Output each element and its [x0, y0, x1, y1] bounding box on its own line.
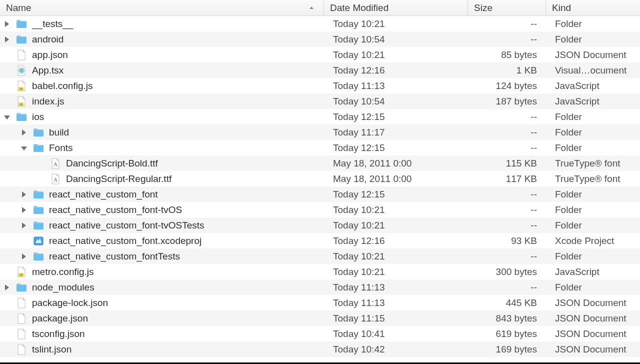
file-row[interactable]: iosToday 12:15--Folder — [0, 109, 640, 124]
file-row[interactable]: react_native_custom_fontToday 12:15--Fol… — [0, 186, 640, 202]
cell-date-modified: Today 10:42 — [324, 344, 468, 355]
cell-date-modified: Today 10:21 — [324, 50, 468, 60]
column-header-date-modified[interactable]: Date Modified — [324, 0, 468, 16]
file-row[interactable]: __tests__Today 10:21--Folder — [0, 16, 640, 32]
file-row[interactable]: node_modulesToday 11:13--Folder — [0, 280, 640, 295]
sort-ascending-icon — [308, 5, 318, 11]
disclosure-closed-icon[interactable] — [2, 282, 12, 292]
file-name-label: react_native_custom_font.xcodeproj — [49, 236, 202, 246]
folder-icon — [16, 18, 27, 30]
file-row[interactable]: DancingScript-Regular.ttfMay 18, 2011 0:… — [0, 171, 640, 186]
column-header-kind[interactable]: Kind — [546, 0, 640, 16]
disclosure-closed-icon[interactable] — [2, 19, 12, 29]
cell-name: react_native_custom_font.xcodeproj — [0, 236, 324, 246]
disclosure-open-icon[interactable] — [19, 143, 29, 153]
cell-kind: TrueType® font — [546, 158, 640, 169]
xcode-project-icon — [33, 236, 44, 246]
cell-name: react_native_custom_fontTests — [0, 251, 324, 262]
document-icon — [16, 50, 27, 60]
cell-kind: JavaScript — [546, 266, 640, 278]
cell-size: 115 KB — [468, 158, 546, 169]
cell-date-modified: Today 12:15 — [324, 112, 468, 122]
file-name-label: metro.config.js — [32, 266, 94, 278]
cell-name: DancingScript-Bold.ttf — [0, 158, 324, 169]
disclosure-spacer — [36, 174, 46, 184]
file-row[interactable]: react_native_custom_font-tvOSToday 10:21… — [0, 202, 640, 218]
cell-name: package.json — [0, 313, 324, 324]
cell-date-modified: Today 12:16 — [324, 65, 468, 76]
file-row[interactable]: androidToday 10:54--Folder — [0, 32, 640, 47]
disclosure-spacer — [2, 96, 12, 106]
cell-size: 300 bytes — [468, 266, 546, 278]
file-row[interactable]: tsconfig.jsonToday 10:41619 bytesJSON Do… — [0, 326, 640, 342]
cell-size: -- — [468, 18, 546, 30]
document-icon — [16, 313, 27, 324]
cell-size: 117 KB — [468, 174, 546, 184]
cell-kind: Xcode Project — [546, 236, 640, 246]
cell-kind: Visual…ocument — [546, 65, 640, 76]
cell-date-modified: Today 10:54 — [324, 96, 468, 107]
cell-size: 93 KB — [468, 236, 546, 246]
cell-name: App.tsx — [0, 65, 324, 76]
disclosure-spacer — [2, 267, 12, 277]
column-header-kind-label: Kind — [552, 2, 571, 14]
column-header-name[interactable]: Name — [0, 0, 324, 16]
cell-name: react_native_custom_font-tvOSTests — [0, 220, 324, 231]
disclosure-spacer — [2, 314, 12, 324]
file-name-label: __tests__ — [32, 18, 73, 30]
cell-name: ios — [0, 112, 324, 122]
disclosure-closed-icon[interactable] — [19, 190, 29, 200]
cell-kind: JavaScript — [546, 80, 640, 92]
file-row[interactable]: index.jsToday 10:54187 bytesJavaScript — [0, 94, 640, 109]
cell-name: react_native_custom_font — [0, 189, 324, 200]
file-row[interactable]: react_native_custom_font-tvOSTestsToday … — [0, 218, 640, 233]
file-name-label: index.js — [32, 96, 64, 107]
cell-size: 843 bytes — [468, 313, 546, 324]
file-name-label: react_native_custom_font-tvOS — [49, 204, 182, 216]
cell-date-modified: Today 10:21 — [324, 266, 468, 278]
file-name-label: App.tsx — [32, 65, 64, 76]
cell-size: -- — [468, 251, 546, 262]
file-row[interactable]: package.jsonToday 11:15843 bytesJSON Doc… — [0, 310, 640, 326]
file-name-label: tsconfig.json — [32, 328, 85, 340]
cell-date-modified: Today 10:21 — [324, 220, 468, 231]
file-row[interactable]: metro.config.jsToday 10:21300 bytesJavaS… — [0, 264, 640, 280]
cell-name: index.js — [0, 96, 324, 107]
file-row[interactable]: buildToday 11:17--Folder — [0, 124, 640, 140]
cell-name: DancingScript-Regular.ttf — [0, 174, 324, 184]
file-name-label: ios — [32, 112, 44, 122]
disclosure-closed-icon[interactable] — [19, 205, 29, 215]
javascript-file-icon — [16, 266, 27, 278]
file-row[interactable]: FontsToday 12:15--Folder — [0, 140, 640, 156]
column-header-size[interactable]: Size — [468, 0, 546, 16]
cell-size: -- — [468, 189, 546, 200]
disclosure-closed-icon[interactable] — [2, 34, 12, 44]
cell-name: package-lock.json — [0, 298, 324, 308]
file-row[interactable]: App.tsxToday 12:161 KBVisual…ocument — [0, 62, 640, 78]
cell-date-modified: Today 10:41 — [324, 328, 468, 340]
file-row[interactable]: app.jsonToday 10:2185 bytesJSON Document — [0, 47, 640, 62]
disclosure-closed-icon[interactable] — [19, 220, 29, 230]
disclosure-open-icon[interactable] — [2, 112, 12, 122]
font-file-icon — [50, 158, 61, 169]
file-row[interactable]: DancingScript-Bold.ttfMay 18, 2011 0:001… — [0, 156, 640, 171]
file-row[interactable]: babel.config.jsToday 11:13124 bytesJavaS… — [0, 78, 640, 94]
file-row[interactable]: tslint.jsonToday 10:42169 bytesJSON Docu… — [0, 342, 640, 357]
file-name-label: react_native_custom_fontTests — [49, 251, 180, 262]
cell-date-modified: Today 11:13 — [324, 80, 468, 92]
file-row[interactable]: react_native_custom_font.xcodeprojToday … — [0, 233, 640, 248]
disclosure-spacer — [2, 66, 12, 76]
disclosure-closed-icon[interactable] — [19, 252, 29, 262]
file-row[interactable]: react_native_custom_fontTestsToday 10:21… — [0, 248, 640, 264]
file-row[interactable]: package-lock.jsonToday 11:13445 KBJSON D… — [0, 295, 640, 310]
disclosure-spacer — [36, 158, 46, 168]
cell-date-modified: Today 11:17 — [324, 127, 468, 138]
disclosure-closed-icon[interactable] — [19, 128, 29, 138]
cell-kind: Folder — [546, 18, 640, 30]
folder-icon — [33, 220, 44, 231]
cell-name: babel.config.js — [0, 80, 324, 92]
react-file-icon — [16, 65, 27, 76]
cell-kind: Folder — [546, 142, 640, 154]
disclosure-spacer — [2, 81, 12, 91]
cell-name: build — [0, 127, 324, 138]
